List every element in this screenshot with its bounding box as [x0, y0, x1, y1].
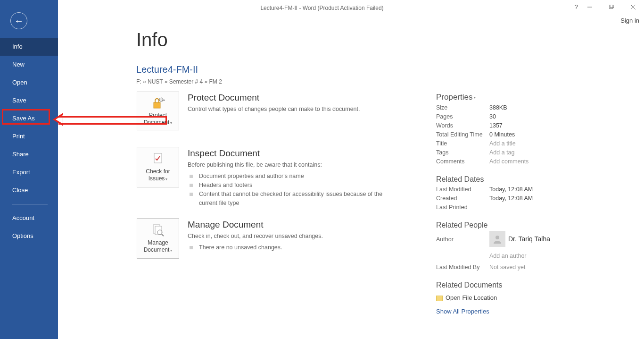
- document-manage-icon: [151, 223, 165, 237]
- prop-pages-value: 30: [489, 113, 496, 120]
- nav-divider: [12, 204, 48, 204]
- prop-modby-value: Not saved yet: [489, 264, 525, 271]
- inspect-item: Headers and footers: [188, 181, 400, 190]
- prop-last-modified-label: Last Modified: [436, 186, 489, 193]
- nav-export[interactable]: Export: [0, 163, 58, 181]
- document-name: Lecture4-FM-II: [136, 64, 198, 75]
- nav-info[interactable]: Info: [0, 38, 58, 56]
- nav-print[interactable]: Print: [0, 127, 58, 145]
- prop-size-value: 388KB: [489, 104, 507, 111]
- open-file-location-link[interactable]: Open File Location: [436, 294, 625, 301]
- document-check-icon: [151, 152, 165, 165]
- properties-header[interactable]: Properties▾: [436, 93, 625, 102]
- protect-section: Protect Document Control what types of c…: [188, 93, 414, 113]
- manage-btn-label: Manage Document: [144, 239, 170, 253]
- inspect-item: Document properties and author's name: [188, 172, 400, 181]
- prop-title-label: Title: [436, 140, 489, 147]
- prop-edit-time-label: Total Editing Time: [436, 131, 489, 138]
- inspect-list: Document properties and author's name He…: [188, 172, 400, 208]
- related-dates-header: Related Dates: [436, 175, 625, 184]
- chevron-down-icon: ▾: [474, 95, 476, 100]
- prop-last-printed-label: Last Printed: [436, 204, 489, 211]
- prop-created-label: Created: [436, 195, 489, 202]
- prop-comments-label: Comments: [436, 158, 489, 165]
- svg-line-12: [162, 234, 164, 236]
- svg-rect-5: [154, 102, 160, 108]
- author-row[interactable]: Dr. Tariq Talha: [489, 231, 550, 247]
- folder-icon: [436, 296, 443, 301]
- nav-options[interactable]: Options: [0, 227, 58, 245]
- prop-comments-value[interactable]: Add comments: [489, 158, 528, 165]
- backstage-sidebar: ← Info New Open Save Save As Print Share…: [0, 0, 58, 339]
- prop-words-label: Words: [436, 122, 489, 129]
- manage-list: There are no unsaved changes.: [188, 243, 400, 252]
- annotation-highlight: [2, 109, 50, 125]
- prop-author-value: Dr. Tariq Talha: [508, 235, 550, 243]
- prop-pages-label: Pages: [436, 113, 489, 120]
- prop-last-modified-value: Today, 12:08 AM: [489, 186, 533, 193]
- inspect-item: Content that cannot be checked for acces…: [188, 190, 400, 208]
- prop-modby-label: Last Modified By: [436, 264, 489, 271]
- prop-size-label: Size: [436, 104, 489, 111]
- check-for-issues-button[interactable]: Check for Issues▾: [137, 147, 179, 187]
- chevron-down-icon: ▾: [170, 248, 172, 253]
- nav-open[interactable]: Open: [0, 74, 58, 92]
- manage-title: Manage Document: [188, 220, 400, 230]
- properties-panel: Properties▾ Size388KB Pages30 Words1357 …: [436, 93, 625, 315]
- arrow-left-icon: ←: [14, 16, 24, 26]
- content-area: Info Lecture4-FM-II F: » NUST » Semester…: [58, 0, 644, 339]
- chevron-down-icon: ▾: [170, 121, 172, 125]
- inspect-title: Inspect Document: [188, 148, 400, 159]
- svg-rect-7: [162, 100, 165, 101]
- manage-section: Manage Document Check in, check out, and…: [188, 220, 400, 252]
- prop-tags-value[interactable]: Add a tag: [489, 149, 515, 156]
- annotation-arrow-body: [58, 116, 167, 125]
- inspect-section: Inspect Document Before publishing this …: [188, 148, 400, 208]
- chevron-down-icon: ▾: [165, 177, 167, 181]
- protect-title: Protect Document: [188, 93, 414, 103]
- manage-document-button[interactable]: Manage Document▾: [137, 218, 179, 259]
- nav-save[interactable]: Save: [0, 92, 58, 110]
- related-documents-header: Related Documents: [436, 281, 625, 289]
- show-all-properties-link[interactable]: Show All Properties: [436, 308, 625, 315]
- prop-author-label: Author: [436, 232, 489, 243]
- related-people-header: Related People: [436, 221, 625, 229]
- nav-account[interactable]: Account: [0, 209, 58, 227]
- prop-words-value: 1357: [489, 122, 503, 129]
- prop-tags-label: Tags: [436, 149, 489, 156]
- prop-edit-time-value: 0 Minutes: [489, 131, 515, 138]
- prop-title-value[interactable]: Add a title: [489, 140, 516, 147]
- manage-sub: Check in, check out, and recover unsaved…: [188, 232, 400, 240]
- protect-sub: Control what types of changes people can…: [188, 105, 414, 113]
- back-button[interactable]: ←: [10, 12, 27, 29]
- avatar-icon: [489, 231, 505, 247]
- add-author-link[interactable]: Add an author: [489, 253, 550, 259]
- document-path: F: » NUST » Semester # 4 » FM 2: [136, 78, 222, 85]
- manage-status: There are no unsaved changes.: [188, 243, 400, 252]
- page-heading: Info: [136, 29, 168, 51]
- inspect-sub: Before publishing this file, be aware th…: [188, 161, 400, 169]
- nav-new[interactable]: New: [0, 56, 58, 74]
- lock-icon: [151, 96, 165, 109]
- nav-close[interactable]: Close: [0, 181, 58, 199]
- prop-created-value: Today, 12:08 AM: [489, 195, 533, 202]
- svg-point-13: [495, 236, 499, 239]
- nav-share[interactable]: Share: [0, 145, 58, 163]
- nav: Info New Open Save Save As Print Share E…: [0, 38, 58, 245]
